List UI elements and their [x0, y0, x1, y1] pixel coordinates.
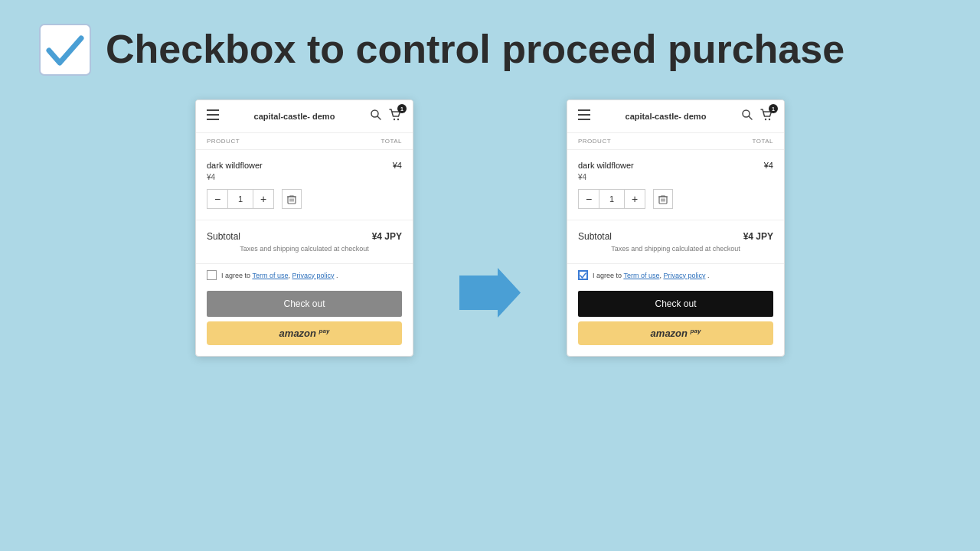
right-search-icon[interactable]: [741, 109, 753, 124]
left-delete-btn[interactable]: [282, 189, 302, 209]
right-cart-icon[interactable]: 1: [760, 108, 773, 125]
svg-point-20: [769, 119, 770, 120]
right-nav-logo: capital-castle- demo: [626, 111, 707, 122]
left-privacy-link[interactable]: Privacy policy: [292, 272, 334, 279]
left-product-name: dark wildflower: [207, 161, 263, 170]
right-privacy-link[interactable]: Privacy policy: [663, 272, 705, 279]
right-subtotal-label: Subtotal: [578, 231, 612, 242]
left-term-link[interactable]: Term of use: [252, 272, 288, 279]
right-qty-controls: − 1 +: [578, 189, 773, 209]
svg-rect-14: [578, 109, 590, 111]
svg-marker-13: [459, 268, 521, 318]
right-qty-minus[interactable]: −: [578, 189, 599, 209]
left-product-col: PRODUCT: [207, 138, 240, 145]
left-cart-icon[interactable]: 1: [388, 108, 402, 125]
left-subtotal-row: Subtotal ¥4 JPY: [207, 231, 402, 242]
left-subtotal-area: Subtotal ¥4 JPY Taxes and shipping calcu…: [196, 220, 413, 264]
right-delete-btn[interactable]: [653, 189, 673, 209]
right-product-info: dark wildflower ¥4: [578, 161, 773, 170]
left-qty-plus[interactable]: +: [253, 189, 274, 209]
right-navbar: capital-castle- demo 1: [567, 100, 784, 133]
left-checkout-button[interactable]: Check out: [207, 291, 402, 317]
right-cart-badge: 1: [769, 104, 778, 113]
right-agree-checkbox[interactable]: [578, 270, 588, 280]
left-subtotal-label: Subtotal: [207, 231, 240, 242]
left-nav-icons: 1: [370, 108, 402, 125]
right-table-header: PRODUCT TOTAL: [567, 133, 784, 150]
svg-point-6: [394, 119, 395, 120]
left-nav-logo: capital-castle- demo: [254, 111, 335, 122]
right-term-link[interactable]: Term of use: [623, 272, 659, 279]
right-product-name: dark wildflower: [578, 161, 634, 170]
left-subtotal-value: ¥4 JPY: [372, 231, 402, 242]
page-header: Checkbox to control proceed purchase: [0, 0, 980, 92]
right-product-price: ¥4: [578, 173, 773, 181]
svg-line-5: [377, 116, 381, 119]
right-tax-note: Taxes and shipping calculated at checkou…: [578, 245, 773, 253]
right-agreement-row: I agree to Term of use, Privacy policy .: [567, 264, 784, 286]
svg-rect-2: [207, 114, 219, 116]
svg-rect-16: [578, 119, 590, 120]
left-agree-text: I agree to Term of use, Privacy policy .: [221, 272, 338, 279]
left-search-icon[interactable]: [370, 109, 382, 124]
svg-point-19: [765, 119, 766, 120]
left-qty-controls: − 1 +: [207, 189, 402, 209]
left-app-card: capital-castle- demo 1: [195, 99, 413, 357]
right-app-card: capital-castle- demo 1: [567, 99, 785, 357]
svg-rect-1: [207, 109, 219, 111]
right-hamburger-icon[interactable]: [578, 109, 590, 123]
right-subtotal-row: Subtotal ¥4 JPY: [578, 231, 773, 242]
left-cart-badge: 1: [397, 104, 407, 113]
left-product-price: ¥4: [207, 173, 402, 181]
left-qty-value: 1: [228, 189, 253, 209]
left-tax-note: Taxes and shipping calculated at checkou…: [207, 245, 402, 253]
left-table-header: PRODUCT TOTAL: [196, 133, 413, 150]
left-amazon-pay-text: amazon pay: [279, 328, 330, 339]
right-subtotal-value: ¥4 JPY: [743, 231, 773, 242]
page-title: Checkbox to control proceed purchase: [106, 28, 844, 71]
right-qty-value: 1: [599, 189, 624, 209]
right-amazon-pay-text: amazon pay: [651, 328, 701, 339]
arrow-indicator: [459, 268, 521, 318]
right-subtotal-area: Subtotal ¥4 JPY Taxes and shipping calcu…: [567, 220, 784, 264]
left-agreement-row: I agree to Term of use, Privacy policy .: [196, 264, 413, 286]
right-product-col: PRODUCT: [578, 138, 611, 145]
left-product-price-right: ¥4: [393, 161, 402, 170]
right-qty-plus[interactable]: +: [624, 189, 645, 209]
right-amazon-pay-button[interactable]: amazon pay: [578, 321, 773, 345]
left-total-col: TOTAL: [381, 138, 402, 145]
left-hamburger-icon[interactable]: [207, 109, 219, 123]
right-total-col: TOTAL: [752, 138, 773, 145]
svg-rect-3: [207, 119, 219, 120]
left-amazon-pay-button[interactable]: amazon pay: [207, 321, 402, 345]
left-product-row: dark wildflower ¥4 ¥4 − 1 +: [196, 150, 413, 220]
right-product-price-right: ¥4: [764, 161, 773, 170]
header-checkbox-icon: [38, 23, 92, 77]
svg-point-7: [397, 119, 399, 120]
right-nav-icons: 1: [741, 108, 773, 125]
left-agree-checkbox[interactable]: [207, 270, 217, 280]
right-agree-text: I agree to Term of use, Privacy policy .: [593, 272, 709, 279]
left-product-info: dark wildflower ¥4: [207, 161, 402, 170]
right-product-row: dark wildflower ¥4 ¥4 − 1 +: [567, 150, 784, 220]
right-checkout-button[interactable]: Check out: [578, 291, 773, 317]
left-qty-minus[interactable]: −: [207, 189, 228, 209]
left-navbar: capital-castle- demo 1: [196, 100, 413, 133]
svg-line-18: [749, 116, 752, 119]
main-content: capital-castle- demo 1: [0, 92, 980, 357]
svg-rect-15: [578, 114, 590, 116]
